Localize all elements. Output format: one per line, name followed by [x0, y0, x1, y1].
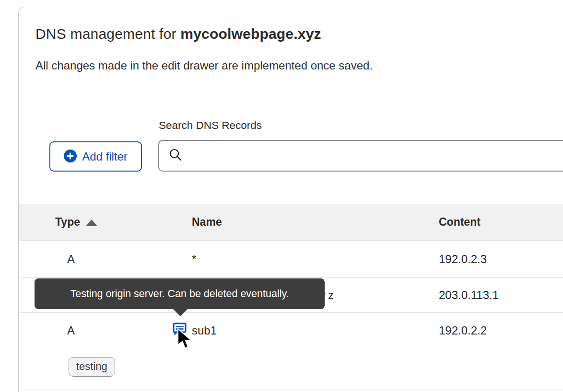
search-label: Search DNS Records: [159, 119, 262, 132]
comment-tooltip: Testing origin server. Can be deleted ev…: [35, 278, 325, 309]
page-title-prefix: DNS management for: [35, 26, 180, 42]
record-name-cell: sub1: [172, 323, 437, 339]
record-type: A: [19, 324, 172, 337]
dns-management-screen: DNS management for mycoolwebpage.xyz All…: [0, 0, 563, 392]
search-icon: [168, 148, 183, 164]
add-filter-button[interactable]: Add filter: [49, 141, 142, 172]
column-header-name[interactable]: Name: [172, 216, 437, 229]
mouse-cursor-icon: [177, 328, 192, 352]
column-header-content[interactable]: Content: [437, 216, 563, 229]
column-header-type[interactable]: Type: [19, 216, 172, 229]
search-input[interactable]: [183, 141, 563, 171]
search-box: [158, 140, 563, 172]
record-content: 192.0.2.3: [437, 253, 563, 266]
tooltip-arrow: [173, 309, 188, 316]
comment-tooltip-text: Testing origin server. Can be deleted ev…: [70, 288, 289, 300]
page-subtitle: All changes made in the edit drawer are …: [35, 59, 373, 72]
column-header-type-label: Type: [55, 216, 80, 229]
record-name: sub1: [192, 324, 217, 337]
plus-icon: [64, 150, 77, 164]
record-name: *: [172, 253, 437, 266]
table-header-row: Type Name Content: [19, 204, 563, 241]
record-content: 192.0.2.2: [437, 324, 563, 337]
table-row[interactable]: A sub1 192.0.2.2 testing: [19, 313, 563, 390]
page-title: DNS management for mycoolwebpage.xyz: [35, 26, 321, 42]
add-filter-label: Add filter: [82, 150, 128, 163]
record-main-line: A sub1 192.0.2.2: [19, 313, 563, 348]
page-title-domain: mycoolwebpage.xyz: [180, 26, 321, 42]
record-content: 203.0.113.1: [437, 288, 563, 302]
record-tag: testing: [69, 357, 115, 377]
record-type: A: [19, 253, 172, 266]
sort-ascending-icon: [86, 219, 97, 226]
record-tags: testing: [69, 357, 563, 377]
table-row[interactable]: A * 192.0.2.3: [19, 241, 563, 278]
